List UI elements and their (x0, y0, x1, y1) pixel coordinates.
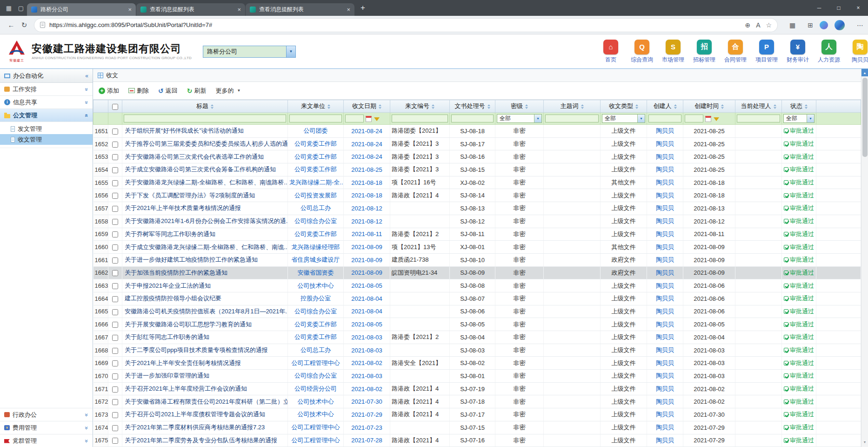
unit-cell[interactable]: 公司团委 (288, 125, 344, 138)
scroll-down-icon[interactable]: ▼ (863, 440, 867, 447)
title-cell[interactable]: 关于乔树军等同志工作职务的通知 (122, 228, 288, 241)
row-checkbox-cell[interactable] (108, 202, 122, 215)
row-checkbox[interactable] (112, 322, 118, 328)
zoom-icon[interactable]: ⊕ (745, 21, 750, 29)
title-cell[interactable]: 关于组织开展“好书伴我成长”读书活动的通知 (122, 125, 288, 138)
date-cell[interactable]: 2021-07-28 (344, 434, 390, 447)
table-row[interactable]: 1662关于加强当前疫情防控工作的紧急通知安徽省国资委2021-08-09皖国资… (93, 266, 861, 279)
creator-cell[interactable]: 陶贝贝 (647, 370, 683, 383)
sidebar-item-work-plan[interactable]: 工作安排 » (0, 83, 93, 96)
sidebar-item-party[interactable]: 党群管理 » (0, 434, 93, 447)
add-button[interactable]: + 添加 (99, 87, 119, 95)
table-row[interactable]: 1672关于安徽省路港工程有限责任公司2021年度科研（第二批）立...公司技术… (93, 395, 861, 408)
table-row[interactable]: 1665安徽路港公司机关疫情防控值班表（2021年8月1日—2021年...公司… (93, 305, 861, 318)
split-screen-icon[interactable]: ▦ (789, 21, 795, 29)
col-header-date[interactable]: 收文日期 (344, 100, 390, 113)
row-checkbox[interactable] (112, 360, 118, 366)
row-checkbox-cell[interactable] (108, 305, 122, 318)
table-row[interactable]: 1660关于成立安徽路港龙兴绿缘二期-全椒路桥、仁和路桥、南谯...龙兴路绿缘经… (93, 241, 861, 254)
settings-menu-icon[interactable]: ⋯ (857, 21, 863, 29)
title-cell[interactable]: 关于2021年第二季度材料供应商考核结果的通报7.23 (122, 421, 288, 434)
creator-cell[interactable]: 陶贝贝 (647, 266, 683, 279)
table-row[interactable]: 1671关于召开2021年上半年度经营工作会议的通知公司经营分公司2021-08… (93, 382, 861, 395)
url-text[interactable]: https://mis.ahlggc.com:8095/Portal/SubUn… (49, 21, 739, 28)
sidebar-item-admin-office[interactable]: 行政办公 » (0, 408, 93, 421)
date-cell[interactable]: 2021-08-09 (344, 253, 390, 266)
chevron-down-icon[interactable]: » (84, 426, 90, 429)
creator-cell[interactable]: 陶贝贝 (647, 189, 683, 202)
vertical-scrollbar[interactable]: ▲ ▼ (861, 69, 868, 447)
row-checkbox-cell[interactable] (108, 163, 122, 176)
date-cell[interactable]: 2021-08-03 (344, 331, 390, 344)
row-checkbox[interactable] (112, 180, 118, 186)
sort-icon[interactable] (211, 104, 214, 109)
sidebar-panel-header[interactable]: 办公自动化 « (0, 69, 93, 83)
chevron-down-icon[interactable]: » (84, 413, 90, 416)
row-checkbox-cell[interactable] (108, 421, 122, 434)
row-checkbox-cell[interactable] (108, 215, 122, 228)
title-cell[interactable]: 关于二季度公司ppp项目技术质量专项检查情况的通报 (122, 344, 288, 357)
date-cell[interactable]: 2021-08-03 (344, 344, 390, 357)
col-header-title[interactable]: 标题 (122, 100, 288, 113)
minimize-button[interactable]: ─ (809, 0, 829, 16)
filter-subject-input[interactable] (545, 115, 599, 122)
sort-icon[interactable] (635, 104, 638, 109)
status-cell[interactable]: 审批通过 (782, 292, 816, 305)
status-cell[interactable]: 审批通过 (782, 150, 816, 163)
row-checkbox[interactable] (112, 296, 118, 302)
title-cell[interactable]: 关于安徽路港龙兴绿缘二期-全椒路桥、仁和路桥、南谯路桥... (122, 176, 288, 189)
unit-cell[interactable]: 控股办公室 (288, 292, 344, 305)
row-checkbox-cell[interactable] (108, 292, 122, 305)
unit-cell[interactable]: 公司工程管理中心 (288, 357, 344, 370)
col-header-doctype[interactable]: 收文类型 (601, 100, 647, 113)
sort-icon[interactable] (379, 104, 381, 109)
table-row[interactable]: 1659关于乔树军等同志工作职务的通知公司党委工作部2021-08-11路港委【… (93, 228, 861, 241)
row-checkbox[interactable] (112, 231, 118, 237)
calendar-icon[interactable] (366, 116, 372, 122)
status-cell[interactable]: 审批通过 (782, 331, 816, 344)
status-cell[interactable]: 审批通过 (782, 228, 816, 241)
date-cell[interactable]: 2021-08-12 (344, 202, 390, 215)
title-cell[interactable]: 关于开展安徽路港公司职工思想学习教育的通知 (122, 318, 288, 331)
nav-item-user[interactable]: 陶陶贝贝 (847, 40, 868, 64)
unit-cell[interactable]: 公司党委工作部 (288, 331, 344, 344)
table-row[interactable]: 1654关于成立安徽路港公司第三次党代会筹备工作机构的通知公司党委工作部2021… (93, 163, 861, 176)
sort-icon[interactable] (774, 104, 776, 109)
row-checkbox[interactable] (112, 283, 118, 289)
title-cell[interactable]: 关于进一步加强印章管理的通知 (122, 370, 288, 383)
row-checkbox-cell[interactable] (108, 318, 122, 331)
creator-cell[interactable]: 陶贝贝 (647, 215, 683, 228)
status-cell[interactable]: 审批通过 (782, 305, 816, 318)
unit-cell[interactable]: 公司党委工作部 (288, 163, 344, 176)
unit-cell[interactable]: 公司技术中心 (288, 395, 344, 408)
status-cell[interactable]: 审批通过 (782, 395, 816, 408)
address-bar[interactable]: https://mis.ahlggc.com:8095/Portal/SubUn… (34, 19, 777, 32)
date-cell[interactable]: 2021-08-09 (344, 266, 390, 279)
tab-close-icon[interactable]: × (347, 6, 350, 13)
table-row[interactable]: 1658关于安徽路港2021年1-6月份办公例会工作安排落实情况的通...公司综… (93, 215, 861, 228)
sort-icon[interactable] (525, 104, 528, 109)
collapse-panel-icon[interactable]: « (85, 73, 88, 79)
date-cell[interactable]: 2021-08-25 (344, 163, 390, 176)
date-cell[interactable]: 2021-08-18 (344, 176, 390, 189)
title-cell[interactable]: 安徽路港公司机关疫情防控值班表（2021年8月1日—2021年... (122, 305, 288, 318)
creator-cell[interactable]: 陶贝贝 (647, 395, 683, 408)
row-checkbox[interactable] (112, 154, 118, 160)
nav-item-bid[interactable]: 招招标管理 (691, 40, 718, 64)
unit-cell[interactable]: 安徽省国资委 (288, 266, 344, 279)
scroll-up-icon[interactable]: ▲ (861, 69, 868, 76)
date-cell[interactable]: 2021-08-03 (344, 370, 390, 383)
title-cell[interactable]: 关于推荐公司第三届党委委员和纪委委员候选人初步人选的通... (122, 137, 288, 150)
status-cell[interactable]: 审批通过 (782, 344, 816, 357)
table-row[interactable]: 1669关于2021年上半年安全责任制考核情况通报公司工程管理中心2021-08… (93, 357, 861, 370)
title-cell[interactable]: 关于2021年第二季度劳务及专业分包队伍考核结果的通报 (122, 434, 288, 447)
row-checkbox-cell[interactable] (108, 253, 122, 266)
row-checkbox-cell[interactable] (108, 382, 122, 395)
creator-cell[interactable]: 陶贝贝 (647, 253, 683, 266)
creator-cell[interactable]: 陶贝贝 (647, 421, 683, 434)
unit-cell[interactable]: 公司党委工作部 (288, 150, 344, 163)
title-cell[interactable]: 关于成立安徽路港公司第三次党代会筹备工作机构的通知 (122, 163, 288, 176)
title-cell[interactable]: 关于召开2021年上半年度经营工作会议的通知 (122, 382, 288, 395)
table-row[interactable]: 1668关于二季度公司ppp项目技术质量专项检查情况的通报公司总工办2021-0… (93, 344, 861, 357)
filter-creator-input[interactable] (648, 115, 681, 122)
